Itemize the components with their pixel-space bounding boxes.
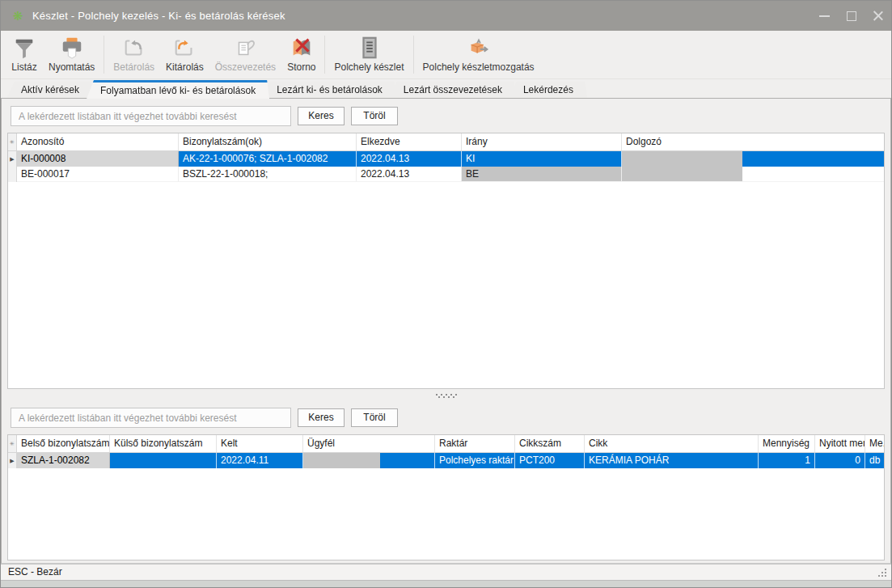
close-button[interactable] xyxy=(865,1,891,31)
minimize-button[interactable] xyxy=(811,1,838,31)
toolbar-button-label: Polchely készlet xyxy=(334,61,404,73)
cell-belso-bizonylatszam: SZLA-1-002082 xyxy=(17,453,110,468)
cell-irany: KI xyxy=(462,151,622,167)
nyomtatas-button[interactable]: Nyomtatás xyxy=(43,33,100,78)
polchely-keszletmozgatas-button[interactable]: Polchely készletmozgatás xyxy=(417,33,540,78)
statusbar-hint: ESC - Bezár xyxy=(8,566,62,577)
filter-star-icon: ✳ xyxy=(8,435,17,452)
cell-nyitott-mennyiseg: 0 xyxy=(815,453,865,468)
storno-button[interactable]: Storno xyxy=(281,33,321,78)
toolbar-button-label: Polchely készletmozgatás xyxy=(423,61,535,73)
resize-grip[interactable] xyxy=(885,575,886,577)
column-header-belso-bizonylatszam[interactable]: Belső bizonylatszám xyxy=(17,435,110,452)
tab-page-panel: Keres Töröl ✳ Azonosító Bizonylatszám(ok… xyxy=(1,98,891,564)
kitarolas-button[interactable]: Kitárolás xyxy=(160,33,209,78)
splitter-grip-icon xyxy=(436,394,438,396)
tab-folyamatban-levo-ki-es-betarolasok[interactable]: Folyamatban lévő ki- és betárolások xyxy=(87,80,269,99)
table-row[interactable]: ▶ SZLA-1-002082 2022.04.11 Polchelyes ra… xyxy=(8,453,884,468)
cell-kelt: 2022.04.11 xyxy=(217,453,303,468)
column-header-cikk[interactable]: Cikk xyxy=(585,435,759,452)
column-header-mertekegyseg[interactable]: Me. xyxy=(865,435,884,452)
detail-grid: ✳ Belső bizonylatszám Külső bizonylatszá… xyxy=(7,434,885,561)
arrow-in-icon xyxy=(121,35,147,61)
top-search-button[interactable]: Keres xyxy=(298,107,345,125)
osszevezetes-button[interactable]: Összevezetés xyxy=(209,33,281,78)
redacted-value xyxy=(303,453,380,468)
row-marker-placeholder xyxy=(8,167,17,182)
column-header-elkezdve[interactable]: Elkezdve xyxy=(357,133,462,150)
statusbar: ESC - Bezár xyxy=(1,564,891,580)
toolbar-button-label: Listáz xyxy=(11,61,36,73)
requests-grid-header: ✳ Azonosító Bizonylatszám(ok) Elkezdve I… xyxy=(8,133,884,151)
top-search-row: Keres Töröl xyxy=(11,106,885,126)
cell-mennyiseg: 1 xyxy=(759,453,815,468)
table-row[interactable]: BE-000017 BSZL-22-1-000018; 2022.04.13 B… xyxy=(8,167,884,182)
table-row[interactable]: ▶ KI-000008 AK-22-1-000076; SZLA-1-00208… xyxy=(8,151,884,167)
cell-bizonylatszam: AK-22-1-000076; SZLA-1-002082 xyxy=(179,151,357,167)
maximize-button[interactable] xyxy=(838,1,865,31)
bottom-clear-button[interactable]: Töröl xyxy=(351,408,398,427)
app-icon: ❋ xyxy=(11,9,25,23)
merge-documents-icon xyxy=(232,35,258,61)
funnel-icon xyxy=(11,35,37,61)
tab-lekerdezes[interactable]: Lekérdezés xyxy=(509,82,587,98)
cell-azonosito: KI-000008 xyxy=(17,151,179,167)
toolbar: Listáz Nyomtatás Betárolás Kitárolás Ös xyxy=(1,31,891,79)
minimize-icon xyxy=(819,15,830,17)
column-header-bizonylatszam[interactable]: Bizonylatszám(ok) xyxy=(179,133,357,150)
cell-raktar: Polchelyes raktár xyxy=(435,453,515,468)
column-header-cikkszam[interactable]: Cikkszám xyxy=(515,435,585,452)
cell-cikkszam: PCT200 xyxy=(515,453,585,468)
toolbar-separator xyxy=(104,36,104,74)
bottom-search-row: Keres Töröl xyxy=(11,408,885,428)
column-header-azonosito[interactable]: Azonosító xyxy=(17,133,179,150)
printer-icon xyxy=(59,35,85,61)
redacted-value xyxy=(622,151,742,167)
maximize-icon xyxy=(847,11,856,21)
column-header-nyitott-mennyiseg[interactable]: Nyitott men xyxy=(815,435,865,452)
listaz-button[interactable]: Listáz xyxy=(6,33,43,78)
column-header-ugyfel[interactable]: Ügyfél xyxy=(303,435,435,452)
window-title: Készlet - Polchely kezelés - Ki- és betá… xyxy=(32,10,811,22)
column-header-raktar[interactable]: Raktár xyxy=(435,435,515,452)
filter-star-icon: ✳ xyxy=(8,133,17,150)
row-marker-icon: ▶ xyxy=(8,453,17,468)
cell-cikk: KERÁMIA POHÁR xyxy=(585,453,759,468)
column-header-kulso-bizonylatszam[interactable]: Külső bizonylatszám xyxy=(110,435,217,452)
cell-elkezdve: 2022.04.13 xyxy=(357,167,462,182)
bottom-search-input[interactable] xyxy=(11,408,291,428)
stock-move-icon xyxy=(466,35,492,61)
tab-aktiv-keresek[interactable]: Aktív kérések xyxy=(7,82,93,98)
betarolas-button[interactable]: Betárolás xyxy=(108,33,160,78)
top-clear-button[interactable]: Töröl xyxy=(351,107,398,125)
requests-grid: ✳ Azonosító Bizonylatszám(ok) Elkezdve I… xyxy=(7,133,885,389)
horizontal-splitter[interactable] xyxy=(2,389,890,400)
column-header-mennyiseg[interactable]: Mennyiség xyxy=(759,435,815,452)
row-marker-icon: ▶ xyxy=(8,151,17,167)
polchely-keszlet-button[interactable]: Polchely készlet xyxy=(328,33,409,78)
column-header-dolgozo[interactable]: Dolgozó xyxy=(622,133,884,150)
column-header-kelt[interactable]: Kelt xyxy=(217,435,303,452)
cell-dolgozo xyxy=(622,167,884,182)
detail-grid-header: ✳ Belső bizonylatszám Külső bizonylatszá… xyxy=(8,435,884,453)
top-search-input[interactable] xyxy=(11,106,291,126)
app-window: ❋ Készlet - Polchely kezelés - Ki- és be… xyxy=(0,0,892,588)
toolbar-separator xyxy=(324,36,325,74)
shelf-stock-icon xyxy=(357,35,383,61)
cell-irany: BE xyxy=(462,167,622,182)
tab-lezart-osszevezetesek[interactable]: Lezárt összevezetések xyxy=(390,82,516,98)
cell-kulso-bizonylatszam xyxy=(110,453,217,468)
toolbar-button-label: Storno xyxy=(287,61,315,73)
close-icon xyxy=(873,11,883,21)
panel-empty-area xyxy=(2,561,890,563)
toolbar-button-label: Betárolás xyxy=(113,61,154,73)
column-header-irany[interactable]: Irány xyxy=(462,133,622,150)
toolbar-button-label: Összevezetés xyxy=(215,61,276,73)
toolbar-separator xyxy=(413,36,414,74)
bottom-search-button[interactable]: Keres xyxy=(298,408,345,427)
tabbar: Aktív kérések Folyamatban lévő ki- és be… xyxy=(1,79,891,98)
cell-mertekegyseg: db xyxy=(865,453,884,468)
tab-lezart-ki-es-betarolasok[interactable]: Lezárt ki- és betárolások xyxy=(263,82,396,98)
arrow-out-icon xyxy=(171,35,197,61)
cell-azonosito: BE-000017 xyxy=(17,167,179,182)
